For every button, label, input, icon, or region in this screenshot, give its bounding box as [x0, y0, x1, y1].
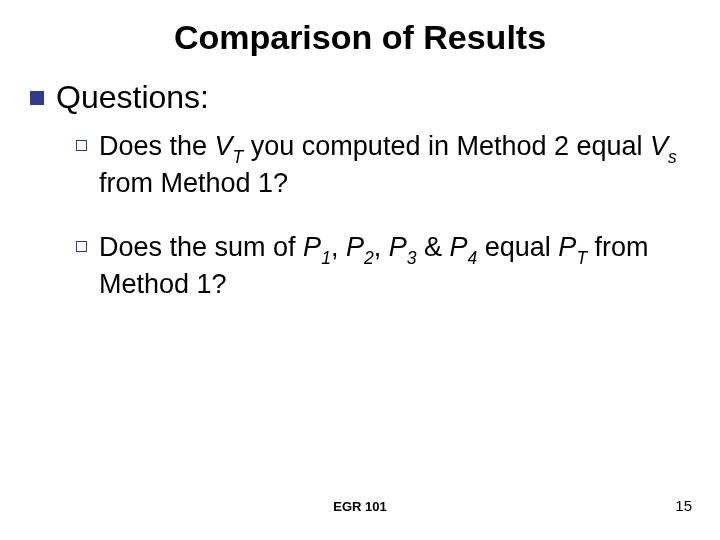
var-Vs-sub: s — [668, 147, 677, 167]
var-PT-v: P — [558, 232, 576, 262]
var-VT-v: V — [215, 131, 233, 161]
sub-bullet-list: Does the VT you computed in Method 2 equ… — [76, 130, 680, 302]
hollow-square-bullet-icon — [76, 140, 87, 151]
question-1-text: Does the VT you computed in Method 2 equ… — [99, 130, 680, 201]
slide-title: Comparison of Results — [40, 18, 680, 57]
var-PT-sub: T — [576, 248, 587, 268]
var-P3-v: P — [389, 232, 407, 262]
var-VT-sub: T — [233, 147, 244, 167]
questions-label: Questions: — [56, 79, 209, 116]
var-P1-v: P — [303, 232, 321, 262]
question-1: Does the VT you computed in Method 2 equ… — [76, 130, 680, 201]
questions-heading: Questions: — [30, 79, 680, 116]
var-Vs-v: V — [650, 131, 668, 161]
footer-course-code: EGR 101 — [0, 499, 720, 514]
question-2: Does the sum of P1, P2, P3 & P4 equal PT… — [76, 231, 680, 302]
hollow-square-bullet-icon — [76, 241, 87, 252]
var-P4-v: P — [450, 232, 468, 262]
var-P2-sub: 2 — [364, 248, 374, 268]
square-bullet-icon — [30, 91, 44, 105]
var-P1-sub: 1 — [321, 248, 331, 268]
slide-number: 15 — [675, 497, 692, 514]
question-2-text: Does the sum of P1, P2, P3 & P4 equal PT… — [99, 231, 680, 302]
slide: Comparison of Results Questions: Does th… — [0, 0, 720, 540]
var-P2-v: P — [346, 232, 364, 262]
var-P4-sub: 4 — [468, 248, 478, 268]
var-P3-sub: 3 — [407, 248, 417, 268]
